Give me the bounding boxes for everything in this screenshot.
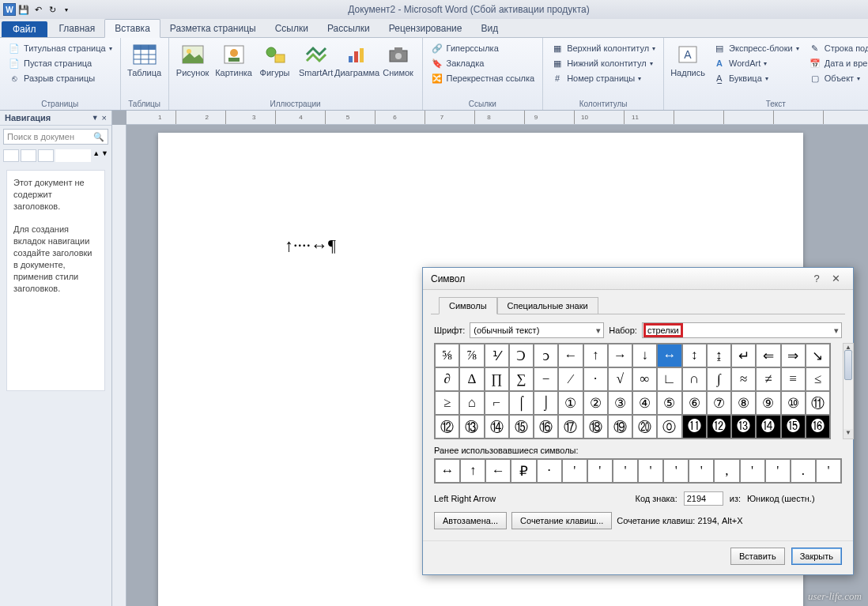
shortcut-button[interactable]: Сочетание клавиш...	[511, 512, 612, 529]
nav-next-icon[interactable]: ▼	[101, 149, 108, 162]
symbol-cell[interactable]: ⑩	[781, 391, 806, 415]
recent-cell[interactable]: ←	[485, 459, 511, 483]
symbol-cell[interactable]: ≥	[435, 391, 459, 415]
save-icon[interactable]: 💾	[17, 3, 30, 16]
symbol-cell[interactable]: ⓮	[756, 415, 780, 439]
symbol-cell[interactable]: ⑰	[558, 415, 583, 439]
code-input[interactable]	[684, 491, 723, 506]
symbol-cell[interactable]: ↵	[731, 344, 756, 367]
symbol-cell[interactable]: ⌂	[459, 391, 484, 415]
smartart-button[interactable]: SmartArt	[297, 40, 335, 99]
close-icon[interactable]: ✕	[826, 273, 845, 284]
screenshot-button[interactable]: Снимок	[379, 40, 417, 99]
symbol-cell[interactable]: ⓰	[806, 415, 830, 439]
signature-button[interactable]: ✎Строка подпи	[806, 41, 868, 55]
chart-button[interactable]: Диаграмма	[338, 40, 376, 99]
recent-cell[interactable]: '	[562, 459, 587, 483]
recent-cell[interactable]: ↔	[435, 459, 460, 483]
symbol-cell[interactable]: ⑭	[485, 415, 509, 439]
recent-cell[interactable]: '	[638, 459, 663, 483]
search-icon[interactable]: 🔍	[93, 132, 104, 142]
nav-view-results[interactable]	[38, 149, 54, 162]
symbol-cell[interactable]: ⓭	[731, 415, 756, 439]
symbol-cell[interactable]: ⅞	[459, 344, 484, 367]
tab-file[interactable]: Файл	[2, 21, 47, 37]
symbol-cell[interactable]: ∕	[558, 367, 583, 391]
recent-cell[interactable]: ↑	[460, 459, 485, 483]
symbol-cell[interactable]: ∂	[435, 367, 459, 391]
symbol-cell[interactable]: ⑳	[632, 415, 657, 439]
symbol-cell[interactable]: ①	[558, 391, 583, 415]
subset-select[interactable]: стрелки	[642, 322, 842, 338]
help-icon[interactable]: ?	[807, 273, 826, 284]
textbox-button[interactable]: AНадпись	[669, 40, 707, 99]
symbol-cell[interactable]: ⇒	[781, 344, 806, 367]
recent-cell[interactable]: ·	[537, 459, 562, 483]
footer-button[interactable]: ▦Нижний колонтитул▾	[548, 56, 659, 70]
page-break-button[interactable]: ⎋Разрыв страницы	[5, 71, 115, 85]
blank-page-button[interactable]: 📄Пустая страница	[5, 56, 115, 70]
recent-cell[interactable]: '	[587, 459, 613, 483]
scroll-down-icon[interactable]: ▼	[843, 429, 853, 439]
symbol-cell[interactable]: ∑	[509, 367, 534, 391]
symbol-cell[interactable]: ⅝	[435, 344, 459, 367]
symbol-cell[interactable]: ⑦	[707, 391, 731, 415]
symbol-cell[interactable]: ⇐	[756, 344, 780, 367]
symbol-cell[interactable]: ④	[632, 391, 657, 415]
nav-search-input[interactable]: Поиск в докумен 🔍	[3, 129, 108, 145]
wordart-button[interactable]: AWordArt▾	[710, 56, 802, 70]
document-content[interactable]: ↑····↔¶	[285, 235, 336, 256]
symbol-cell[interactable]: ⅟	[485, 344, 509, 367]
quickparts-button[interactable]: ▤Экспресс-блоки▾	[710, 41, 802, 55]
symbol-cell[interactable]: ∙	[583, 367, 608, 391]
symbol-cell[interactable]: ↨	[707, 344, 731, 367]
recent-cell[interactable]: '	[689, 459, 714, 483]
symbol-cell[interactable]: →	[608, 344, 632, 367]
grid-scrollbar[interactable]: ▲ ▼	[843, 343, 854, 439]
scroll-thumb[interactable]	[844, 350, 852, 380]
symbol-cell[interactable]: ⑤	[657, 391, 681, 415]
symbol-cell[interactable]: ↔	[657, 344, 681, 367]
recent-cell[interactable]: ,	[714, 459, 739, 483]
nav-view-headings[interactable]	[3, 149, 19, 162]
symbol-cell[interactable]: ∫	[707, 367, 731, 391]
recent-cell[interactable]: '	[765, 459, 791, 483]
crossref-button[interactable]: 🔀Перекрестная ссылка	[428, 71, 538, 85]
symbol-cell[interactable]: ≤	[806, 367, 830, 391]
symbol-cell[interactable]: ②	[583, 391, 608, 415]
symbol-cell[interactable]: ↑	[583, 344, 608, 367]
tab-symbols[interactable]: Символы	[439, 297, 497, 314]
symbol-cell[interactable]: ↓	[632, 344, 657, 367]
from-select[interactable]: Юникод (шестн.)	[747, 494, 842, 503]
redo-icon[interactable]: ↻	[46, 3, 58, 16]
symbol-cell[interactable]: ⑲	[608, 415, 632, 439]
recent-cell[interactable]: ₽	[511, 459, 536, 483]
symbol-cell[interactable]: ⑪	[806, 391, 830, 415]
symbol-cell[interactable]: ⑫	[435, 415, 459, 439]
symbol-cell[interactable]: ⑥	[682, 391, 707, 415]
symbol-cell[interactable]: ∆	[459, 367, 484, 391]
tab-layout[interactable]: Разметка страницы	[160, 20, 266, 37]
tab-insert[interactable]: Вставка	[104, 19, 160, 38]
header-button[interactable]: ▦Верхний колонтитул▾	[548, 41, 659, 55]
recent-cell[interactable]: .	[791, 459, 816, 483]
nav-prev-icon[interactable]: ▲	[92, 149, 100, 162]
shapes-button[interactable]: Фигуры	[256, 40, 294, 99]
recent-cell[interactable]: '	[816, 459, 841, 483]
autocorrect-button[interactable]: Автозамена...	[434, 512, 507, 529]
symbol-cell[interactable]: Ↄ	[509, 344, 534, 367]
tab-special[interactable]: Специальные знаки	[497, 297, 598, 314]
symbol-cell[interactable]: ≠	[756, 367, 780, 391]
symbol-cell[interactable]: ⑧	[731, 391, 756, 415]
tab-review[interactable]: Рецензирование	[379, 20, 472, 37]
nav-view-pages[interactable]	[21, 149, 36, 162]
hyperlink-button[interactable]: 🔗Гиперссылка	[428, 41, 538, 55]
symbol-cell[interactable]: ≈	[731, 367, 756, 391]
symbol-cell[interactable]: ⑨	[756, 391, 780, 415]
symbol-cell[interactable]: ←	[558, 344, 583, 367]
recent-cell[interactable]: '	[613, 459, 638, 483]
picture-button[interactable]: Рисунок	[174, 40, 212, 99]
symbol-cell[interactable]: ⑮	[509, 415, 534, 439]
undo-icon[interactable]: ↶	[32, 3, 44, 16]
symbol-cell[interactable]: ∩	[682, 367, 707, 391]
